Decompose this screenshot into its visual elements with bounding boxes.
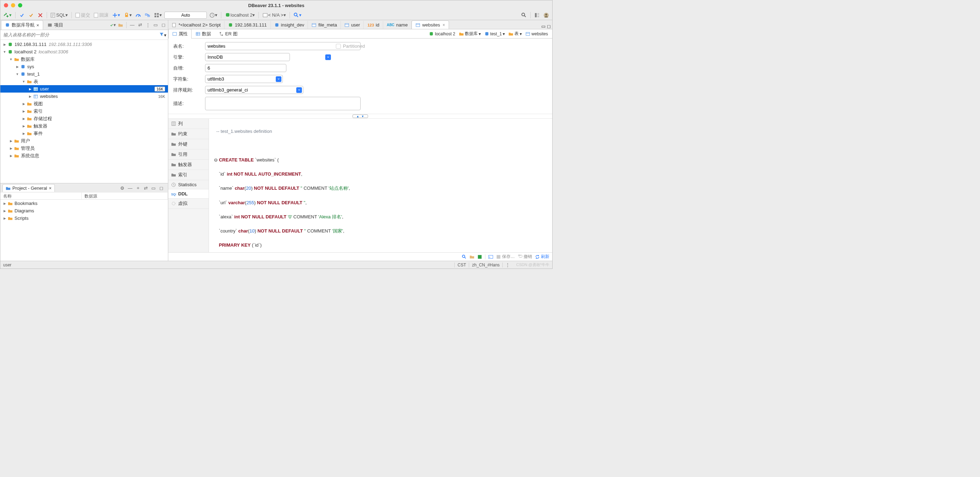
window-close[interactable] [4, 3, 8, 8]
bb-refresh[interactable]: 刷新 [535, 254, 549, 260]
tree-conn-remote[interactable]: ▶ 192.168.31.111192.168.31.111:3306 [0, 41, 168, 48]
tree-tables[interactable]: ▼ 表 [0, 78, 168, 85]
sn-stats[interactable]: Statistics [168, 180, 208, 189]
tree-db-sys[interactable]: ▶ sys [0, 63, 168, 70]
subtab-props[interactable]: 属性 [168, 29, 192, 39]
sn-ddl[interactable]: SQLDDL [168, 189, 208, 198]
ed-tab-websites[interactable]: websites× [412, 21, 449, 29]
tree-indexes[interactable]: ▶ 索引 [0, 108, 168, 115]
tree-sysinfo[interactable]: ▶ 系统信息 [0, 152, 168, 159]
prop-autoinc-input[interactable] [205, 64, 286, 72]
sn-triggers[interactable]: 触发器 [168, 160, 208, 170]
proj-add-icon[interactable]: ＋ [135, 185, 141, 191]
sn-constraints[interactable]: 约束 [168, 129, 208, 139]
proj-col-name[interactable]: 名称 [0, 193, 82, 199]
editor-min-icon[interactable]: ▭ [541, 24, 546, 29]
link-icon[interactable] [143, 12, 151, 19]
bb-savefile-icon[interactable] [477, 254, 482, 259]
subtab-er[interactable]: ER 图 [215, 29, 242, 39]
prop-engine-select[interactable] [205, 53, 290, 61]
close-icon[interactable]: × [442, 22, 445, 28]
sn-indexes[interactable]: 索引 [168, 170, 208, 180]
proj-min-icon[interactable]: ▭ [150, 185, 157, 191]
ed-tab-filemeta[interactable]: file_meta [308, 21, 341, 29]
txn-mode-input[interactable] [164, 12, 207, 19]
gauge-icon[interactable] [134, 12, 142, 19]
tree-table-user[interactable]: ▶ user 16K [0, 85, 168, 93]
search-icon[interactable] [520, 12, 528, 19]
sn-refs[interactable]: 引用 [168, 149, 208, 160]
txn-button[interactable]: ▾ [111, 12, 121, 19]
ed-tab-script[interactable]: *<localhost 2> Script [168, 21, 224, 29]
bc-table[interactable]: websites [524, 31, 549, 37]
nav-link-icon[interactable]: ⇄ [137, 22, 143, 28]
ddl-editor[interactable]: -- test_1.websites definition ⊖ CREATE T… [209, 119, 552, 252]
disconnect-all-button[interactable] [37, 12, 44, 19]
ed-tab-name[interactable]: ABCname [383, 21, 412, 29]
tree-views[interactable]: ▶ 视图 [0, 100, 168, 108]
navigator-search-input[interactable] [2, 31, 159, 38]
bc-tables[interactable]: 表▾ [507, 30, 523, 38]
bc-db[interactable]: 数据库▾ [458, 30, 482, 38]
rollback-button[interactable]: 回滚 [92, 11, 110, 19]
close-icon[interactable]: × [37, 22, 39, 28]
proj-scripts[interactable]: ▶ Scripts [0, 214, 168, 222]
nav-min-icon[interactable]: ▭ [153, 22, 159, 28]
project-tab[interactable]: Project - General × [3, 184, 55, 192]
subtab-data[interactable]: 数据 [192, 29, 215, 39]
perspective-icon[interactable] [533, 12, 541, 19]
bb-undo[interactable]: 撤销 [517, 254, 532, 260]
nav-menu-icon[interactable]: ⋮ [145, 22, 151, 28]
proj-diagrams[interactable]: ▶ Diagrams [0, 207, 168, 214]
prop-collate-select[interactable] [205, 86, 303, 94]
prop-charset-select[interactable] [205, 75, 283, 83]
editor-max-icon[interactable]: ◻ [547, 24, 551, 29]
tab-projects[interactable]: 项目 [44, 21, 67, 30]
history-icon[interactable]: ▾ [208, 12, 218, 19]
avatar-icon[interactable] [542, 12, 550, 19]
disconnect-button[interactable] [27, 12, 35, 19]
tree-triggers[interactable]: ▶ 触发器 [0, 122, 168, 130]
bb-save[interactable]: 保存… [496, 254, 515, 260]
proj-settings-icon[interactable]: ⚙ [119, 185, 126, 191]
proj-col-ds[interactable]: 数据源 [82, 193, 168, 199]
search-db-icon[interactable]: ▾ [293, 12, 302, 19]
bb-search-icon[interactable] [462, 254, 467, 259]
proj-collapse-icon[interactable]: — [127, 185, 133, 191]
proj-link-icon[interactable]: ⇄ [143, 185, 149, 191]
close-icon[interactable]: × [49, 185, 52, 191]
filter-icon[interactable]: ▾ [159, 32, 167, 38]
tree-conn-local[interactable]: ▼ localhost 2localhost:3306 [0, 48, 168, 55]
ed-tab-remote[interactable]: 192.168.31.111 [224, 21, 270, 29]
tree-procs[interactable]: ▶ 存储过程 [0, 115, 168, 122]
connect-button[interactable] [18, 12, 26, 19]
bc-conn[interactable]: localhost 2 [428, 31, 457, 37]
partitioned-checkbox[interactable] [336, 44, 341, 49]
sn-columns[interactable]: 列 [168, 119, 208, 129]
bb-open-icon[interactable] [469, 254, 474, 259]
tree-users[interactable]: ▶ 用户 [0, 137, 168, 144]
prop-desc-input[interactable] [205, 97, 361, 110]
connection-selector[interactable]: localhost 2 ▾ [224, 12, 256, 19]
schema-selector[interactable]: < N/A > ▾ [261, 12, 287, 19]
tree-db-test1[interactable]: ▼ test_1 [0, 70, 168, 78]
tree-admins[interactable]: ▶ 管理员 [0, 144, 168, 152]
new-connection-button[interactable]: ▾ [3, 12, 13, 19]
ed-tab-user[interactable]: user [341, 21, 364, 29]
nav-max-icon[interactable]: ◻ [160, 22, 167, 28]
tab-db-navigator[interactable]: 数据库导航 × [1, 20, 43, 30]
window-minimize[interactable] [11, 3, 15, 8]
proj-max-icon[interactable]: ◻ [158, 185, 164, 191]
ed-tab-id[interactable]: 123id [364, 21, 383, 29]
tree-databases[interactable]: ▼ 数据库 [0, 55, 168, 63]
ed-tab-insight[interactable]: insight_dev [271, 21, 308, 29]
sql-editor-button[interactable]: SQL▾ [49, 12, 69, 19]
sn-virtual[interactable]: 虚拟 [168, 198, 208, 209]
nav-collapse-icon[interactable]: — [129, 22, 135, 28]
lock-icon[interactable]: ▾ [123, 12, 133, 19]
commit-button[interactable]: 提交 [74, 11, 91, 19]
nav-newfolder-icon[interactable] [118, 22, 124, 28]
sn-fks[interactable]: 外键 [168, 139, 208, 149]
tree-table-websites[interactable]: ▶ websites 16K [0, 93, 168, 100]
grid-icon[interactable]: ▾ [153, 12, 163, 19]
